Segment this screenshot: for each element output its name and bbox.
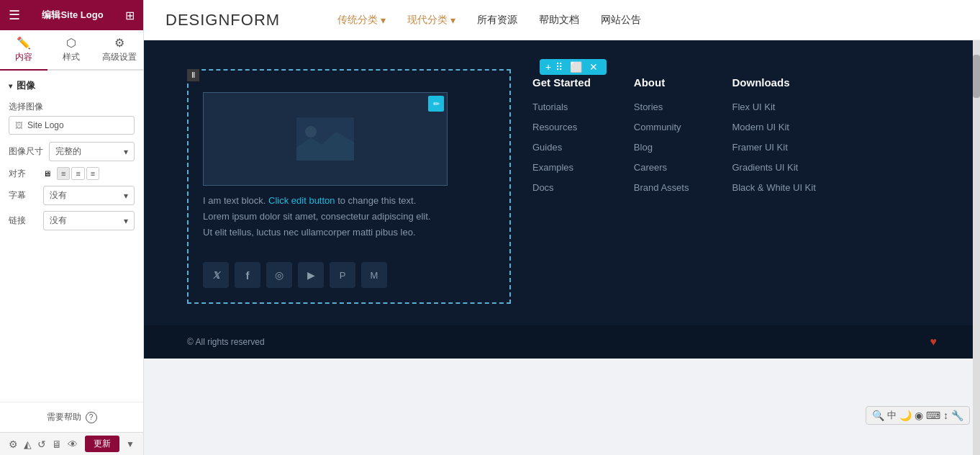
nav-help-docs[interactable]: 帮助文档 [539, 14, 579, 27]
social-pinterest[interactable]: P [330, 262, 355, 288]
fib-search-icon[interactable]: 🔍 [872, 410, 884, 421]
list-item: Framer UI Kit [732, 140, 815, 153]
list-item: Gradients UI Kit [732, 161, 815, 174]
social-youtube[interactable]: ▶ [298, 262, 324, 288]
toolbar-layout-btn[interactable]: ⬜ [567, 61, 585, 73]
link-tutorials[interactable]: Tutorials [532, 102, 568, 112]
link-stories[interactable]: Stories [634, 102, 663, 112]
edit-pencil-btn[interactable]: ✏ [428, 96, 444, 112]
footer-bottom: © All rights reserved ♥ [144, 325, 980, 359]
list-item: Black & White UI Kit [732, 181, 815, 194]
svg-point-1 [305, 126, 317, 138]
social-icons: 𝕏 f ◎ ▶ P M [189, 248, 509, 302]
logo-block-text: I am text block. Click edit button to ch… [189, 193, 509, 240]
image-input-field[interactable]: 🖼 Site Logo [9, 116, 135, 135]
sidebar-header: ☰ 编辑Site Logo ⊞ [0, 0, 143, 30]
link-docs[interactable]: Docs [532, 182, 554, 193]
undo-icon[interactable]: ↺ [37, 438, 46, 450]
link-blog[interactable]: Blog [634, 142, 653, 153]
list-item: Docs [532, 181, 591, 194]
section-arrow-icon: ▾ [9, 82, 12, 90]
link-modern-ui[interactable]: Modern UI Kit [732, 122, 789, 132]
editor-toolbar: + ⠿ ⬜ ✕ [540, 59, 607, 75]
list-item: Brand Assets [634, 181, 689, 194]
col-about-title: About [634, 76, 689, 89]
bottom-toolbar: ⚙ ◭ ↺ 🖥 👁 更新 ▼ [0, 432, 143, 455]
link-resources[interactable]: Resources [532, 122, 577, 132]
list-item: Resources [532, 120, 591, 133]
image-section-header: ▾ 图像 [9, 79, 135, 92]
list-item: Guides [532, 140, 591, 153]
hamburger-icon[interactable]: ☰ [9, 7, 20, 23]
caption-select[interactable]: 没有 ▾ [43, 186, 135, 205]
toolbar-move-btn[interactable]: ⠿ [553, 61, 566, 73]
fib-chinese-icon[interactable]: 中 [887, 409, 897, 422]
fib-circle-icon[interactable]: ◉ [915, 410, 923, 421]
fib-moon-icon[interactable]: 🌙 [899, 410, 912, 421]
link-dropdown-icon: ▾ [124, 216, 128, 226]
link-gradients-ui[interactable]: Gradients UI Kit [732, 162, 798, 173]
social-dribbble[interactable]: ◎ [266, 262, 292, 288]
copyright-text: © All rights reserved [187, 337, 265, 347]
align-left-btn[interactable]: ≡ [57, 167, 70, 180]
fib-arrows-icon[interactable]: ↕ [943, 410, 948, 421]
image-field-icon: 🖼 [15, 121, 23, 130]
nav-all-resources[interactable]: 所有资源 [477, 14, 517, 27]
scrollbar-track[interactable] [973, 40, 980, 455]
logo-form: FORM [230, 11, 280, 29]
update-button[interactable]: 更新 [85, 436, 119, 452]
link-flex-ui[interactable]: Flex UI Kit [732, 102, 775, 112]
list-item: Blog [634, 140, 689, 153]
eye-icon[interactable]: 👁 [68, 438, 78, 450]
caption-dropdown-icon: ▾ [124, 191, 128, 201]
social-facebook[interactable]: f [235, 262, 260, 288]
settings-icon[interactable]: ⚙ [9, 438, 18, 450]
list-item: Flex UI Kit [732, 100, 815, 113]
layers-icon[interactable]: ◭ [24, 438, 32, 450]
logo-block[interactable]: Ⅱ ✏ I am text block. Click edit button t… [187, 69, 511, 304]
link-community[interactable]: Community [634, 122, 681, 132]
edit-link[interactable]: Click edit button [268, 195, 335, 206]
image-size-row: 图像尺寸 完整的 ▾ [9, 142, 135, 161]
collapse-icon[interactable]: ▼ [126, 439, 135, 449]
logo-image-placeholder [296, 117, 354, 161]
align-center-btn[interactable]: ≡ [71, 167, 84, 180]
nav-announcement[interactable]: 网站公告 [601, 14, 641, 27]
dark-footer-section: Ⅱ ✏ I am text block. Click edit button t… [144, 40, 980, 359]
footer-content: Ⅱ ✏ I am text block. Click edit button t… [187, 69, 937, 304]
fib-wrench-icon[interactable]: 🔧 [951, 410, 963, 421]
monitor-icon[interactable]: 🖥 [52, 438, 62, 450]
link-careers[interactable]: Careers [634, 162, 667, 173]
align-right-btn[interactable]: ≡ [86, 167, 99, 180]
list-item: Community [634, 120, 689, 133]
social-twitter[interactable]: 𝕏 [203, 262, 229, 288]
link-row: 链接 没有 ▾ [9, 211, 135, 230]
modern-arrow-icon: ▾ [450, 14, 455, 26]
link-guides[interactable]: Guides [532, 142, 562, 153]
social-medium[interactable]: M [361, 262, 387, 288]
grid-icon[interactable]: ⊞ [125, 9, 135, 22]
col-get-started-list: Tutorials Resources Guides Examples Docs [532, 100, 591, 194]
link-bw-ui[interactable]: Black & White UI Kit [732, 182, 815, 193]
sidebar-tabs: ✏️ 内容 ⬡ 样式 ⚙ 高级设置 [0, 30, 143, 71]
scrollbar-thumb[interactable] [973, 55, 980, 98]
tab-advanced[interactable]: ⚙ 高级设置 [96, 30, 143, 71]
style-tab-icon: ⬡ [66, 36, 76, 50]
toolbar-add-btn[interactable]: + [545, 61, 551, 73]
link-select[interactable]: 没有 ▾ [43, 211, 135, 230]
tab-content[interactable]: ✏️ 内容 [0, 30, 47, 71]
link-examples[interactable]: Examples [532, 162, 573, 173]
tab-style[interactable]: ⬡ 样式 [47, 30, 95, 71]
help-icon[interactable]: ? [86, 412, 97, 423]
toolbar-close-btn[interactable]: ✕ [586, 61, 601, 73]
align-row: 对齐 🖥 ≡ ≡ ≡ [9, 167, 135, 180]
link-brand-assets[interactable]: Brand Assets [634, 182, 689, 193]
help-label: 需要帮助 [47, 411, 81, 423]
nav-modern[interactable]: 现代分类 ▾ [407, 14, 455, 27]
nav-traditional[interactable]: 传统分类 ▾ [337, 14, 386, 27]
logo-image-area[interactable]: ✏ [203, 92, 448, 186]
advanced-tab-icon: ⚙ [114, 36, 124, 50]
link-framer-ui[interactable]: Framer UI Kit [732, 142, 787, 153]
size-select[interactable]: 完整的 ▾ [49, 142, 135, 161]
fib-keyboard-icon[interactable]: ⌨ [926, 410, 940, 421]
